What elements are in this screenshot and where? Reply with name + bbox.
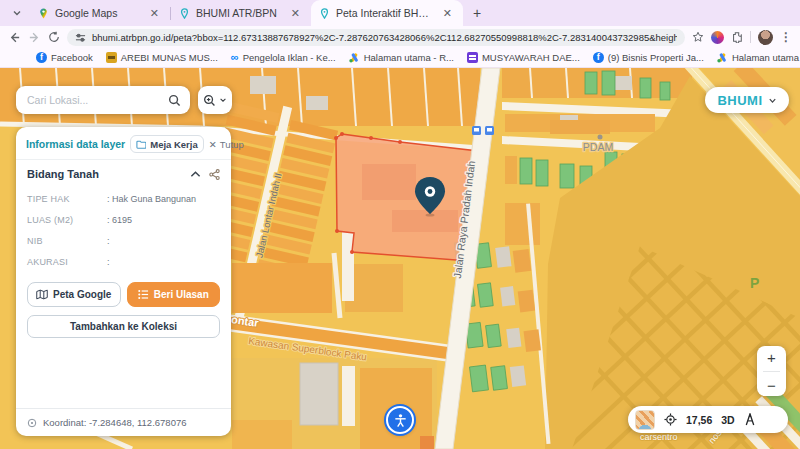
tab-peta-interaktif-active[interactable]: Peta Interaktif BHUMI ATR/BPN ✕ [311, 0, 463, 26]
divider [763, 371, 780, 372]
zoom-in-button[interactable]: + [767, 349, 776, 366]
chevron-down-icon [219, 96, 227, 104]
bhumi-logo-button[interactable]: BHUMI [705, 87, 789, 113]
bookmark-label: Halaman utama - R... [364, 52, 454, 63]
back-button[interactable] [8, 31, 21, 44]
zoom-out-button[interactable]: − [767, 377, 776, 394]
tambahkan-koleksi-label: Tambahkan ke Koleksi [70, 321, 177, 332]
bookmark-label: (9) Bisnis Properti Ja... [608, 52, 704, 63]
url-text: bhumi.atrbpn.go.id/peta?bbox=112.6731388… [92, 32, 677, 43]
corner-label-a: carsentro [640, 432, 678, 442]
accessibility-person-icon [393, 413, 408, 428]
tab-strip: Google Maps ✕ BHUMI ATR/BPN ✕ Peta Inter… [0, 0, 800, 26]
compass-icon[interactable] [744, 413, 756, 426]
site-info-icon[interactable] [75, 32, 86, 43]
field-label: NIB [27, 236, 107, 246]
field-value: : [107, 236, 110, 246]
magnifier-plus-icon [203, 94, 216, 107]
browser-menu-icon[interactable]: ⋮ [780, 30, 792, 44]
bookmark-label: AREBI MUNAS MUS... [121, 52, 218, 63]
bookmark-label: Facebook [51, 52, 93, 63]
extension-icon[interactable] [711, 31, 724, 44]
map-control-bar: 17,56 3D [628, 406, 788, 433]
close-label: Tutup [220, 139, 244, 150]
chevron-down-icon [12, 8, 22, 18]
meja-kerja-label: Meja Kerja [150, 139, 198, 150]
locate-target-icon[interactable] [664, 413, 677, 426]
search-input[interactable] [25, 93, 162, 107]
search-icon[interactable] [168, 94, 181, 107]
basemap-switcher[interactable] [635, 410, 655, 430]
field-label: AKURASI [27, 257, 107, 267]
collapse-chevron-up-icon[interactable] [190, 170, 201, 178]
new-tab-button[interactable]: + [467, 3, 487, 23]
zoom-level-readout: 17,56 [686, 414, 712, 426]
tab-search-button[interactable] [6, 3, 28, 23]
bookmark-label: Halaman utama - R... [732, 52, 800, 63]
bookmarks-bar: fFacebook AREBI MUNAS MUS... ∞Pengelola … [0, 48, 800, 68]
browser-window: Google Maps ✕ BHUMI ATR/BPN ✕ Peta Inter… [0, 0, 800, 449]
bookmark-facebook[interactable]: fFacebook [36, 52, 93, 63]
tab-title: BHUMI ATR/BPN [196, 7, 282, 19]
chevron-down-icon [768, 96, 777, 105]
parcel-fields: TIPE HAK: Hak Guna Bangunan LUAS (M2): 6… [16, 188, 231, 267]
beri-ulasan-button[interactable]: Beri Ulasan [127, 282, 221, 307]
zoom-control: + − [757, 346, 786, 396]
bookmark-label: MUSYAWARAH DAE... [482, 52, 580, 63]
bookmark-arebi[interactable]: AREBI MUNAS MUS... [106, 52, 218, 63]
close-panel-button[interactable]: ✕ Tutup [209, 139, 244, 150]
coordinate-readout: Koordinat: -7.284648, 112.678076 [43, 417, 187, 428]
address-bar[interactable]: bhumi.atrbpn.go.id/peta?bbox=112.6731388… [67, 29, 685, 46]
google-ads-icon [349, 53, 360, 63]
share-icon[interactable] [209, 169, 220, 180]
bookmark-halaman-utama-1[interactable]: Halaman utama - R... [349, 52, 454, 63]
panel-title: Informasi data layer [26, 138, 125, 150]
extensions-puzzle-icon[interactable] [731, 31, 743, 43]
coordinate-footer: Koordinat: -7.284648, 112.678076 [16, 408, 231, 436]
peta-google-label: Peta Google [53, 289, 111, 300]
arebi-icon [106, 52, 117, 63]
tab-title: Peta Interaktif BHUMI ATR/BPN [336, 7, 434, 19]
tab-close-icon[interactable]: ✕ [147, 7, 162, 20]
layer-info-panel: Informasi data layer Meja Kerja ✕ Tutup … [16, 127, 231, 436]
bhumi-favicon [319, 8, 330, 19]
map-icon [36, 289, 48, 300]
bookmark-bisnis-properti[interactable]: f(9) Bisnis Properti Ja... [593, 52, 704, 63]
workspace-folder-icon [136, 140, 146, 149]
zoom-search-button[interactable] [198, 86, 232, 114]
bookmark-star-icon[interactable] [692, 31, 704, 43]
field-row: NIB: [27, 236, 220, 246]
google-maps-icon [38, 8, 49, 19]
bhumi-favicon [179, 8, 190, 19]
browser-toolbar: bhumi.atrbpn.go.id/peta?bbox=112.6731388… [0, 26, 800, 48]
accessibility-button[interactable] [386, 406, 414, 434]
tab-google-maps[interactable]: Google Maps ✕ [30, 0, 170, 26]
meja-kerja-button[interactable]: Meja Kerja [130, 135, 204, 153]
parking-label: P [750, 275, 759, 291]
bookmark-label: Pengelola Iklan - Ke... [243, 52, 336, 63]
field-label: LUAS (M2) [27, 215, 107, 225]
tab-close-icon[interactable]: ✕ [440, 7, 455, 20]
forward-button[interactable] [28, 31, 41, 44]
tambahkan-koleksi-button[interactable]: Tambahkan ke Koleksi [27, 315, 220, 338]
close-icon: ✕ [209, 139, 217, 150]
bookmark-pengelola-iklan[interactable]: ∞Pengelola Iklan - Ke... [231, 52, 336, 63]
field-label: TIPE HAK [27, 194, 107, 204]
profile-avatar[interactable] [758, 30, 773, 45]
3d-mode-button[interactable]: 3D [721, 414, 734, 426]
map-canvas[interactable]: Jalan Raya Pradah Indah Jalan Lontar Ind… [0, 68, 800, 449]
bhumi-logo-text: BHUMI [717, 93, 762, 108]
google-ads-icon [717, 53, 728, 63]
panel-header: Informasi data layer Meja Kerja ✕ Tutup [16, 127, 231, 159]
reload-button[interactable] [48, 31, 60, 43]
facebook-icon: f [593, 52, 604, 63]
bookmark-musyawarah[interactable]: MUSYAWARAH DAE... [467, 52, 580, 63]
peta-google-button[interactable]: Peta Google [27, 282, 121, 307]
tab-bhumi[interactable]: BHUMI ATR/BPN ✕ [171, 0, 311, 26]
location-search[interactable] [16, 86, 190, 114]
action-buttons: Peta Google Beri Ulasan [16, 278, 231, 307]
tab-close-icon[interactable]: ✕ [288, 7, 303, 20]
bookmark-halaman-utama-2[interactable]: Halaman utama - R... [717, 52, 800, 63]
meta-icon: ∞ [231, 52, 239, 63]
beri-ulasan-label: Beri Ulasan [154, 289, 209, 300]
